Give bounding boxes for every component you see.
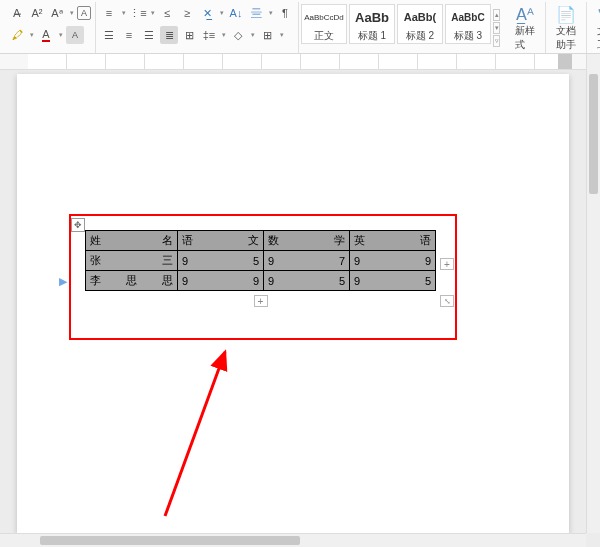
horizontal-scrollbar[interactable]: [0, 533, 586, 547]
scrollbar-thumb[interactable]: [589, 74, 598, 194]
style-heading2[interactable]: AaBb( 标题 2: [397, 4, 443, 44]
annotation-arrow: [155, 346, 275, 526]
table-add-row-handle[interactable]: +: [254, 295, 268, 307]
dropdown-arrow-icon[interactable]: ▾: [149, 4, 156, 22]
align-justify-button[interactable]: ≣: [160, 26, 178, 44]
text-direction-button[interactable]: ✕̲: [198, 4, 216, 22]
dropdown-arrow-icon[interactable]: ▾: [220, 26, 227, 44]
text-tools-button[interactable]: 🔧 文字工具: [591, 2, 600, 54]
horizontal-ruler[interactable]: [0, 54, 600, 70]
decrease-indent-button[interactable]: ≤: [158, 4, 176, 22]
styles-gallery: AaBbCcDd 正文 AaBb 标题 1 AaBb( 标题 2 AaBbC 标…: [299, 2, 505, 53]
styles-expand[interactable]: ▿: [493, 35, 500, 47]
doc-assistant-button[interactable]: 📄 文档助手: [550, 2, 582, 54]
styles-scroll-up[interactable]: ▴: [493, 9, 500, 21]
style-normal[interactable]: AaBbCcDd 正文: [301, 4, 347, 44]
align-center-button[interactable]: ≡: [120, 26, 138, 44]
doc-assistant-icon: 📄: [556, 4, 576, 24]
font-decor-group: A̶ A² Aᵃ▾ A 🖍▾ A▾ A: [4, 2, 96, 53]
vertical-scrollbar[interactable]: [586, 54, 600, 533]
document-page[interactable]: ▶ ✥ 姓名 语文 数学 英语 张三 95 97 99 李思思 99: [17, 74, 569, 533]
dropdown-arrow-icon[interactable]: ▾: [68, 4, 75, 22]
shading-button[interactable]: ◇: [229, 26, 247, 44]
sort-button[interactable]: A↓: [227, 4, 245, 22]
paragraph-group: ≡▾ ⋮≡▾ ≤ ≥ ✕̲▾ A↓ 亖▾ ¶ ☰ ≡ ☰ ≣ ⊞ ‡≡▾ ◇▾ …: [96, 2, 299, 53]
table-wrapper: ✥ 姓名 语文 数学 英语 张三 95 97 99 李思思 99 95: [85, 230, 436, 291]
increase-indent-button[interactable]: ≥: [178, 4, 196, 22]
numbering-button[interactable]: ⋮≡: [129, 4, 147, 22]
bullets-button[interactable]: ≡: [100, 4, 118, 22]
style-heading3[interactable]: AaBbC 标题 3: [445, 4, 491, 44]
ribbon-toolbar: A̶ A² Aᵃ▾ A 🖍▾ A▾ A ≡▾ ⋮≡▾ ≤ ≥ ✕̲▾ A↓ 亖▾…: [0, 0, 600, 54]
align-distribute-button[interactable]: ⊞: [180, 26, 198, 44]
table-row[interactable]: 张三 95 97 99: [86, 251, 436, 271]
strikethrough-button[interactable]: A̶: [8, 4, 26, 22]
selection-marker-icon: ▶: [57, 276, 69, 286]
align-right-button[interactable]: ☰: [140, 26, 158, 44]
table-resize-handle[interactable]: ⤡: [440, 295, 454, 307]
highlight-button[interactable]: 🖍: [8, 26, 26, 44]
line-spacing-button[interactable]: ‡≡: [200, 26, 218, 44]
borders-button[interactable]: ⊞: [258, 26, 276, 44]
dropdown-arrow-icon[interactable]: ▾: [57, 26, 64, 44]
dropdown-arrow-icon[interactable]: ▾: [267, 4, 274, 22]
table-row[interactable]: 李思思 99 95 95: [86, 271, 436, 291]
align-left-button[interactable]: ☰: [100, 26, 118, 44]
change-case-button[interactable]: Aᵃ: [48, 4, 66, 22]
char-border-button[interactable]: A: [77, 6, 91, 20]
dropdown-arrow-icon[interactable]: ▾: [218, 4, 225, 22]
new-style-button[interactable]: A̲ᴬ 新样式: [509, 2, 541, 54]
scrollbar-thumb[interactable]: [40, 536, 300, 545]
superscript-button[interactable]: A²: [28, 4, 46, 22]
document-area[interactable]: ▶ ✥ 姓名 语文 数学 英语 张三 95 97 99 李思思 99: [0, 70, 586, 533]
dropdown-arrow-icon[interactable]: ▾: [28, 26, 35, 44]
table-move-handle[interactable]: ✥: [71, 218, 85, 232]
dropdown-arrow-icon[interactable]: ▾: [120, 4, 127, 22]
new-style-icon: A̲ᴬ: [515, 4, 535, 24]
dropdown-arrow-icon[interactable]: ▾: [278, 26, 285, 44]
table-add-col-handle[interactable]: +: [440, 258, 454, 270]
svg-line-0: [165, 352, 225, 516]
char-shading-button[interactable]: A: [66, 26, 84, 44]
show-marks-button[interactable]: ¶: [276, 4, 294, 22]
document-table[interactable]: 姓名 语文 数学 英语 张三 95 97 99 李思思 99 95 95: [85, 230, 436, 291]
dropdown-arrow-icon[interactable]: ▾: [249, 26, 256, 44]
table-row[interactable]: 姓名 语文 数学 英语: [86, 231, 436, 251]
font-color-button[interactable]: A: [37, 26, 55, 44]
styles-scroll-down[interactable]: ▾: [493, 22, 500, 34]
style-heading1[interactable]: AaBb 标题 1: [349, 4, 395, 44]
asian-layout-button[interactable]: 亖: [247, 4, 265, 22]
